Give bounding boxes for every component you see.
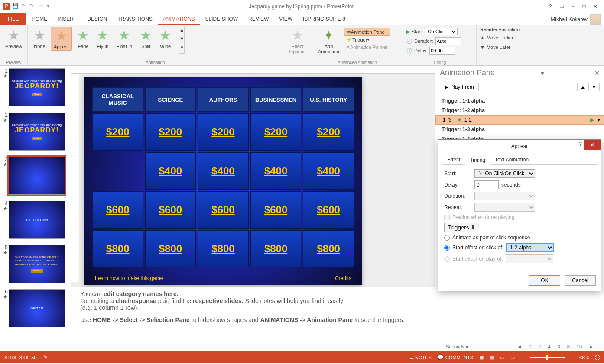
value-cell[interactable]: $600 [92,191,143,229]
notes-pane[interactable]: You can edit category names here. For ed… [71,287,435,351]
trigger-header[interactable]: Trigger: 1-2 alpha [435,106,604,115]
play-from-button[interactable]: ▶Play From [440,83,479,91]
close-icon[interactable]: ✕ [591,3,600,10]
value-cell[interactable]: $800 [303,230,354,267]
tab-insert[interactable]: INSERT [52,13,82,25]
learn-link[interactable]: Learn how to make this game [95,275,163,281]
minimize-icon[interactable]: − [568,3,577,10]
tab-file[interactable]: FILE [0,13,26,25]
category-cell[interactable]: U.S. HISTORY [303,87,354,112]
value-cell[interactable]: $400 [303,152,354,190]
trigger-header[interactable]: Trigger: 1-3 alpha [435,125,604,134]
value-cell[interactable]: $200 [250,113,302,151]
tab-animations[interactable]: ANIMATIONS [158,13,200,25]
delay-input[interactable] [429,47,455,55]
undo-icon[interactable]: ↶ [21,3,28,10]
start-from-beginning-icon[interactable]: ▭ [38,3,45,10]
credits-link[interactable]: Credits [335,275,351,281]
notes-button[interactable]: ≣ NOTES [409,354,432,360]
start-select[interactable]: On Click [425,28,458,35]
dlg-cancel-button[interactable]: Cancel [565,275,596,286]
category-cell[interactable]: SCIENCE [145,87,196,112]
zoom-in-icon[interactable]: + [571,355,573,360]
value-cell[interactable]: $400 [145,152,196,190]
anim-floatin[interactable]: ★Float In [114,27,135,50]
fit-to-window-icon[interactable]: ⛶ [595,355,600,360]
dlg-click-of-select[interactable]: 1-2 alpha [506,243,554,252]
thumbnail-slide-6[interactable]: 6★ORGAN [2,289,69,327]
thumbnail-slide-3[interactable]: 3★ [2,157,69,195]
gallery-down-icon[interactable]: ▼ [179,36,184,45]
slide-counter[interactable]: SLIDE 3 OF 50 [4,355,37,360]
anim-wipe[interactable]: ★Wipe [157,27,174,50]
thumbnail-slide-5[interactable]: 5★THE TOCCATA IS A FORM OF SOLO COMPOSIT… [2,245,69,283]
duration-input[interactable] [435,37,461,45]
tab-transitions[interactable]: TRANSITIONS [112,13,158,25]
value-cell[interactable]: $800 [250,230,302,267]
dlg-radio-click-of[interactable] [444,245,450,251]
thumbnail-slide-1[interactable]: 1★Created with PowerPoint and iSpringJEO… [2,68,69,106]
normal-view-icon[interactable]: ▦ [479,354,484,360]
value-cell[interactable]: $600 [145,191,196,229]
comments-button[interactable]: 💬 COMMENTS [438,354,473,360]
value-cell[interactable]: $600 [198,191,249,229]
tab-design[interactable]: DESIGN [82,13,112,25]
tab-view[interactable]: VIEW [274,13,298,25]
dialog-tab-effect[interactable]: Effect [442,155,465,164]
value-cell[interactable]: $400 [250,152,302,190]
dialog-tab-timing[interactable]: Timing [465,155,490,165]
value-cell[interactable]: $200 [92,113,143,151]
zoom-out-icon[interactable]: − [521,355,523,360]
value-cell[interactable]: $200 [303,113,354,151]
dlg-delay-input[interactable] [474,180,499,189]
category-cell[interactable]: AUTHORS [198,87,249,112]
anim-split[interactable]: ★Split [137,27,154,50]
slideshow-view-icon[interactable]: ▭ [510,354,515,360]
ribbon-display-icon[interactable]: ▭ [557,3,566,10]
help-icon[interactable]: ? [546,3,555,10]
qat-dropdown-icon[interactable]: ▾ [47,3,54,10]
value-cell[interactable]: $800 [92,230,143,267]
animation-gallery[interactable]: ★None ★Appear ★Fade ★Fly In ★Float In ★S… [31,27,279,54]
user-account[interactable]: Mikhail Kokarev [551,14,604,25]
value-cell[interactable]: $200 [145,113,196,151]
trigger-header[interactable]: Trigger: 1-1 alpha [435,96,604,106]
value-cell[interactable]: $800 [198,230,249,267]
save-icon[interactable]: 💾 [12,3,19,10]
category-cell[interactable]: BUSINESSMEN [250,87,302,112]
value-cell[interactable]: $200 [198,113,249,151]
anim-appear[interactable]: ★Appear [51,27,72,51]
animation-pane-button[interactable]: ▭ Animation Pane [344,28,390,36]
dlg-triggers-button[interactable]: Triggers ⇕ [444,223,479,232]
dialog-tab-textanimation[interactable]: Text Animation [490,155,533,164]
tab-home[interactable]: HOME [26,13,52,25]
gallery-more-icon[interactable]: ▾ [179,45,184,53]
dialog-close-icon[interactable]: ✕ [584,140,601,150]
slide-thumbnails[interactable]: 1★Created with PowerPoint and iSpringJEO… [0,66,71,351]
tab-ispring[interactable]: ISPRING SUITE 8 [298,13,351,25]
tab-slideshow[interactable]: SLIDE SHOW [200,13,243,25]
tab-review[interactable]: REVIEW [243,13,274,25]
thumbnail-slide-2[interactable]: 2★Created with PowerPoint and iSpringJEO… [2,113,69,151]
value-cell[interactable]: $600 [250,191,302,229]
animation-entry-selected[interactable]: 1 🖱★ 1-2▶▾ [435,115,604,125]
preview-button[interactable]: ★ Preview [3,27,24,50]
zoom-slider[interactable] [530,357,565,358]
gallery-up-icon[interactable]: ▲ [179,27,184,36]
animation-pane-dropdown-icon[interactable]: ▼ [539,70,546,77]
maximize-icon[interactable]: □ [580,3,588,10]
zoom-level[interactable]: 68% [579,355,589,360]
reading-view-icon[interactable]: ▭ [500,354,504,360]
slide-sorter-icon[interactable]: ▤ [490,354,494,360]
reorder-down-button[interactable]: ▼ [588,83,600,91]
reorder-up-button[interactable]: ▲ [577,83,588,91]
anim-fade[interactable]: ★Fade [75,27,91,50]
slide-canvas[interactable]: CLASSICAL MUSICSCIENCEAUTHORSBUSINESSMEN… [84,77,362,285]
add-animation-button[interactable]: ✦ Add Animation [315,27,342,55]
move-later-button[interactable]: ▼ Move Later [480,42,529,52]
dlg-start-select[interactable]: 🖱 On ClickOn Click [474,169,535,178]
dlg-radio-click-sequence[interactable] [444,235,450,241]
dialog-help-icon[interactable]: ? [579,141,582,147]
spell-check-icon[interactable]: ✎ [44,354,48,360]
redo-icon[interactable]: ↷ [29,3,36,10]
